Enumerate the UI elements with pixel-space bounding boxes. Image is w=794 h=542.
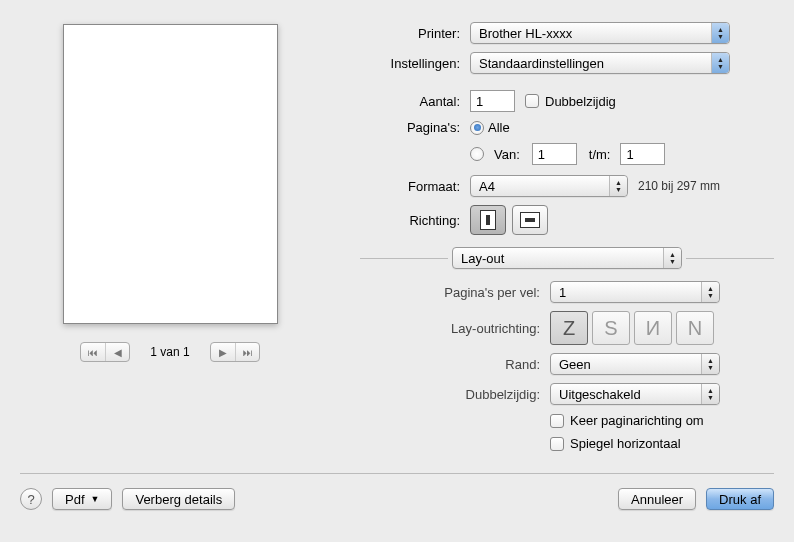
bottom-bar: ? Pdf ▼ Verberg details Annuleer Druk af xyxy=(20,473,774,510)
last-page-button[interactable]: ⏭ xyxy=(235,343,259,361)
paper-size-select[interactable]: A4 ▲▼ xyxy=(470,175,628,197)
next-page-button[interactable]: ▶ xyxy=(211,343,235,361)
printer-select[interactable]: Brother HL-xxxx ▲▼ xyxy=(470,22,730,44)
copies-label: Aantal: xyxy=(360,94,460,109)
preview-pane: ⏮ ◀ 1 van 1 ▶ ⏭ xyxy=(20,12,320,459)
dropdown-arrows-icon: ▲▼ xyxy=(711,23,729,43)
landscape-icon xyxy=(520,212,540,228)
dropdown-arrows-icon: ▲▼ xyxy=(701,384,719,404)
pages-per-sheet-label: Pagina's per vel: xyxy=(360,285,540,300)
pages-from-label: Van: xyxy=(494,147,520,162)
copies-input[interactable] xyxy=(470,90,515,112)
print-button[interactable]: Druk af xyxy=(706,488,774,510)
page-indicator: 1 van 1 xyxy=(140,345,200,359)
format-dims: 210 bij 297 mm xyxy=(638,179,720,193)
first-page-button[interactable]: ⏮ xyxy=(81,343,105,361)
dropdown-arrows-icon: ▲▼ xyxy=(711,53,729,73)
border-select[interactable]: Geen ▲▼ xyxy=(550,353,720,375)
mirror-checkbox[interactable] xyxy=(550,437,564,451)
duplex-checkbox[interactable] xyxy=(525,94,539,108)
pages-range-radio[interactable] xyxy=(470,147,484,161)
layout-dir-3[interactable]: И xyxy=(634,311,672,345)
layout-dir-1[interactable]: Z xyxy=(550,311,588,345)
dropdown-arrows-icon: ▲▼ xyxy=(701,282,719,302)
dropdown-arrows-icon: ▲▼ xyxy=(609,176,627,196)
pages-label: Pagina's: xyxy=(360,120,460,135)
caret-down-icon: ▼ xyxy=(91,494,100,504)
settings-label: Instellingen: xyxy=(360,56,460,71)
section-select[interactable]: Lay-out ▲▼ xyxy=(452,247,682,269)
border-label: Rand: xyxy=(360,357,540,372)
portrait-icon xyxy=(480,210,496,230)
pages-to-label: t/m: xyxy=(589,147,611,162)
dropdown-arrows-icon: ▲▼ xyxy=(663,248,681,268)
preview-page xyxy=(63,24,278,324)
duplex-label: Dubbelzijdig xyxy=(545,94,616,109)
dropdown-arrows-icon: ▲▼ xyxy=(701,354,719,374)
printer-label: Printer: xyxy=(360,26,460,41)
cancel-button[interactable]: Annuleer xyxy=(618,488,696,510)
presets-select[interactable]: Standaardinstellingen ▲▼ xyxy=(470,52,730,74)
layout-dir-2[interactable]: S xyxy=(592,311,630,345)
two-sided-select[interactable]: Uitgeschakeld ▲▼ xyxy=(550,383,720,405)
flip-page-label: Keer paginarichting om xyxy=(570,413,704,428)
pdf-menu-button[interactable]: Pdf ▼ xyxy=(52,488,112,510)
mirror-label: Spiegel horizontaal xyxy=(570,436,681,451)
flip-page-checkbox[interactable] xyxy=(550,414,564,428)
preview-nav: ⏮ ◀ 1 van 1 ▶ ⏭ xyxy=(80,342,260,362)
help-button[interactable]: ? xyxy=(20,488,42,510)
orientation-landscape-button[interactable] xyxy=(512,205,548,235)
pages-all-label: Alle xyxy=(488,120,510,135)
pages-all-radio[interactable] xyxy=(470,121,484,135)
pages-from-input[interactable] xyxy=(532,143,577,165)
prev-page-button[interactable]: ◀ xyxy=(105,343,129,361)
two-sided-label: Dubbelzijdig: xyxy=(360,387,540,402)
hide-details-button[interactable]: Verberg details xyxy=(122,488,235,510)
pages-per-sheet-select[interactable]: 1 ▲▼ xyxy=(550,281,720,303)
layout-direction-label: Lay-outrichting: xyxy=(360,321,540,336)
layout-dir-4[interactable]: N xyxy=(676,311,714,345)
settings-pane: Printer: Brother HL-xxxx ▲▼ Instellingen… xyxy=(360,12,774,459)
format-label: Formaat: xyxy=(360,179,460,194)
pages-to-input[interactable] xyxy=(620,143,665,165)
orientation-portrait-button[interactable] xyxy=(470,205,506,235)
orientation-label: Richting: xyxy=(360,213,460,228)
